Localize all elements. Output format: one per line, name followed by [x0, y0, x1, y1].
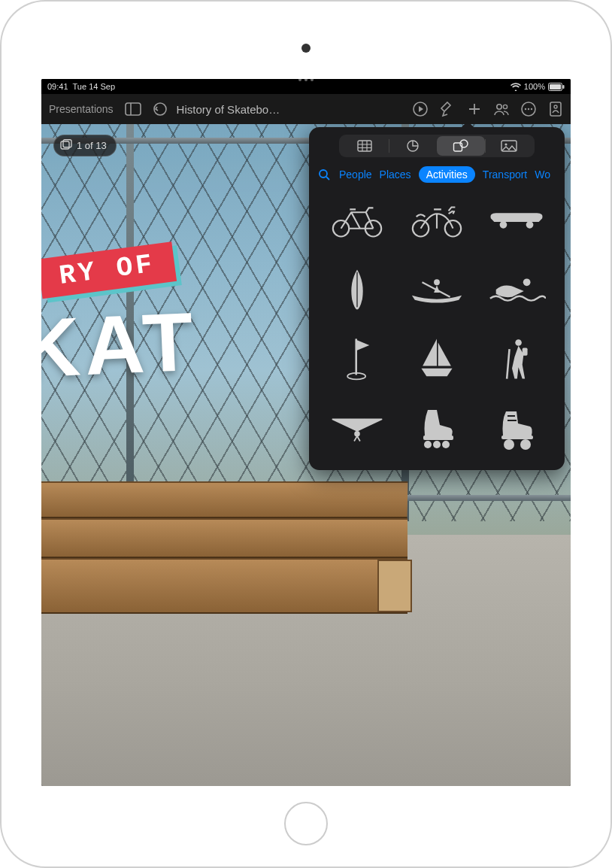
shape-rollerskate[interactable]	[482, 401, 551, 455]
slide-counter: 1 of 13	[77, 140, 107, 151]
cat-places[interactable]: Places	[380, 168, 411, 181]
collaborate-button[interactable]	[491, 99, 512, 120]
svg-point-48	[355, 432, 359, 436]
svg-point-14	[531, 108, 532, 110]
svg-rect-25	[453, 143, 462, 151]
document-title[interactable]: History of Skatebo…	[177, 103, 280, 116]
svg-point-50	[424, 441, 432, 448]
shape-bicycle-city[interactable]	[402, 193, 471, 247]
svg-point-40	[523, 278, 531, 286]
seg-charts[interactable]	[389, 136, 438, 156]
undo-button[interactable]	[150, 99, 171, 120]
svg-line-30	[326, 177, 329, 180]
slide-navigator-button[interactable]: 1 of 13	[53, 135, 117, 156]
svg-rect-3	[126, 103, 141, 115]
svg-point-13	[528, 108, 529, 110]
shape-hiking[interactable]	[482, 332, 551, 386]
svg-line-45	[507, 349, 509, 378]
svg-point-12	[525, 108, 526, 110]
shape-bicycle-road[interactable]	[323, 193, 392, 247]
front-camera	[301, 44, 311, 53]
svg-point-28	[505, 143, 507, 145]
seg-tables[interactable]	[341, 136, 389, 156]
shape-swimming[interactable]	[482, 263, 551, 317]
seg-media[interactable]	[486, 136, 534, 156]
svg-rect-53	[501, 436, 533, 439]
shape-surfboard[interactable]	[323, 263, 392, 317]
slide-canvas[interactable]: RY OF KAT 1 of 13	[41, 124, 571, 786]
slides-icon	[60, 139, 72, 152]
shape-hang-glider[interactable]	[323, 401, 392, 455]
cat-people[interactable]: People	[339, 168, 372, 181]
multitask-indicator[interactable]	[298, 79, 314, 81]
svg-rect-49	[423, 436, 453, 440]
svg-point-54	[504, 439, 514, 450]
svg-rect-19	[358, 141, 371, 151]
shape-sailboat[interactable]	[402, 332, 471, 386]
status-battery-pct: 100%	[524, 82, 545, 91]
svg-point-16	[554, 105, 557, 108]
shape-golf-flag[interactable]	[323, 332, 392, 386]
svg-rect-1	[550, 84, 561, 90]
svg-point-51	[433, 441, 441, 448]
back-button[interactable]: Presentations	[46, 99, 117, 120]
cat-work[interactable]: Wo	[535, 168, 550, 181]
status-date: Tue 14 Sep	[73, 82, 115, 91]
svg-point-10	[503, 105, 507, 108]
wifi-icon	[511, 83, 521, 91]
svg-point-36	[527, 222, 533, 228]
cat-transport[interactable]: Transport	[483, 168, 527, 181]
back-label: Presentations	[49, 103, 114, 115]
cat-activities[interactable]: Activities	[419, 166, 475, 183]
svg-point-29	[320, 170, 327, 178]
shape-skateboard[interactable]	[482, 193, 551, 247]
svg-point-9	[497, 105, 501, 109]
presenter-notes-button[interactable]	[545, 99, 566, 120]
slide-wood-stack	[41, 481, 407, 614]
status-bar: 09:41 Tue 14 Sep 100%	[41, 79, 571, 94]
more-button[interactable]	[518, 99, 539, 120]
svg-rect-41	[355, 338, 357, 375]
format-brush-button[interactable]	[437, 99, 458, 120]
shape-category-row: People Places Activities Transport Wo	[318, 165, 556, 190]
home-button[interactable]	[284, 802, 328, 845]
svg-point-52	[442, 441, 450, 448]
svg-point-31	[333, 220, 349, 236]
status-time: 09:41	[47, 82, 68, 91]
shape-rollerblade[interactable]	[402, 401, 471, 455]
insert-type-segmented-control	[339, 135, 535, 157]
svg-point-55	[520, 439, 531, 450]
play-button[interactable]	[410, 99, 431, 120]
svg-point-35	[501, 222, 507, 228]
shapes-grid	[318, 190, 556, 458]
app-toolbar: Presentations History of Skatebo…	[41, 94, 571, 124]
svg-rect-2	[563, 85, 565, 89]
slide-title-line2: KAT	[41, 293, 200, 396]
insert-button[interactable]	[464, 99, 485, 120]
slide-title-line1: RY OF	[41, 241, 177, 299]
search-shapes-button[interactable]	[318, 168, 332, 181]
insert-popover: People Places Activities Transport Wo	[309, 127, 565, 470]
battery-icon	[548, 83, 565, 91]
svg-point-38	[434, 279, 440, 285]
shape-rowing[interactable]	[402, 263, 471, 317]
sidebar-toggle-button[interactable]	[123, 99, 144, 120]
svg-rect-15	[550, 102, 561, 116]
svg-rect-44	[523, 348, 528, 355]
seg-shapes[interactable]	[437, 136, 485, 156]
svg-point-43	[515, 339, 522, 346]
